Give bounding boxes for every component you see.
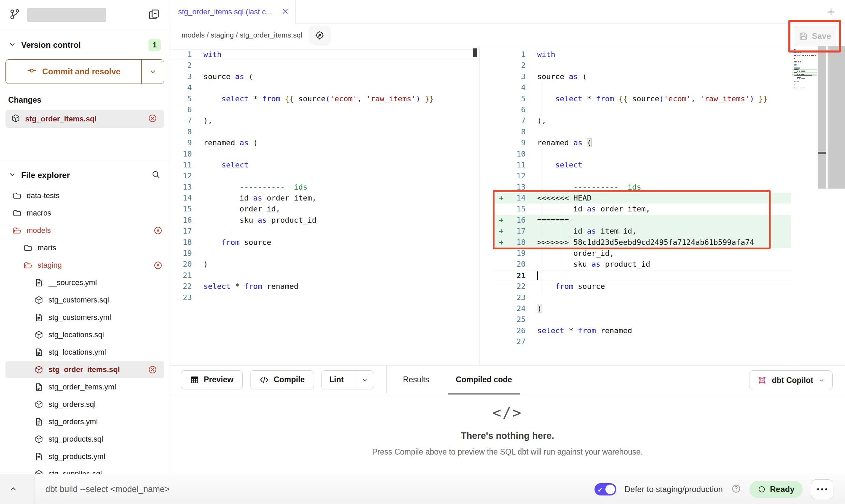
- code-line[interactable]: 8: [495, 127, 791, 137]
- expand-command-bar-icon[interactable]: [9, 485, 18, 495]
- new-tab-icon[interactable]: [826, 7, 836, 18]
- panel-tab-results[interactable]: Results: [393, 365, 440, 394]
- code-line[interactable]: 23: [170, 292, 479, 303]
- file-row-stg_locations.sql[interactable]: stg_locations.sql: [0, 326, 170, 343]
- command-input[interactable]: dbt build --select <model_name>: [45, 484, 595, 494]
- help-icon[interactable]: [731, 484, 741, 495]
- discard-change-icon[interactable]: [148, 365, 157, 374]
- code-line[interactable]: 20): [170, 259, 479, 270]
- code-line[interactable]: 5 select * from {{ source('ecom', 'raw_i…: [495, 93, 791, 104]
- file-row-macros[interactable]: macros: [0, 204, 170, 222]
- code-line[interactable]: 6: [170, 104, 479, 115]
- code-line[interactable]: 7),: [495, 115, 791, 126]
- file-row-staging[interactable]: staging: [0, 256, 170, 274]
- close-tab-icon[interactable]: [282, 8, 289, 16]
- code-line[interactable]: 6: [495, 104, 791, 115]
- defer-toggle[interactable]: ✓: [595, 483, 616, 495]
- code-line[interactable]: 22 from source: [495, 281, 791, 292]
- panel-tab-compiled-code[interactable]: Compiled code: [446, 365, 522, 394]
- code-line[interactable]: 12: [170, 171, 479, 181]
- chevron-down-icon[interactable]: [8, 171, 16, 180]
- code-line[interactable]: 14 id as order_item,: [170, 193, 479, 204]
- code-line[interactable]: 18 from source: [170, 237, 479, 248]
- code-line[interactable]: +16=======: [495, 215, 791, 226]
- file-row-stg_locations.yml[interactable]: stg_locations.yml: [0, 343, 170, 361]
- file-row-stg_products.yml[interactable]: stg_products.yml: [0, 448, 170, 465]
- code-line[interactable]: 1with: [495, 49, 791, 60]
- code-line[interactable]: 2: [495, 60, 791, 71]
- code-line[interactable]: 3source as (: [495, 71, 791, 82]
- lineage-button[interactable]: [309, 26, 331, 45]
- code-line[interactable]: 1with: [170, 49, 479, 60]
- preview-button[interactable]: Preview: [181, 370, 243, 389]
- code-line[interactable]: 12: [495, 171, 791, 181]
- file-row-stg_order_items.sql[interactable]: stg_order_items.sql: [5, 361, 164, 378]
- minimap[interactable]: [792, 46, 817, 365]
- search-icon[interactable]: [151, 170, 161, 181]
- changed-file-row[interactable]: stg_order_items.sql: [5, 110, 164, 128]
- code-line[interactable]: 25: [495, 314, 791, 325]
- code-line[interactable]: 26select * from renamed: [495, 325, 791, 336]
- discard-change-icon[interactable]: [153, 226, 163, 235]
- code-line[interactable]: 21: [170, 270, 479, 281]
- code-line[interactable]: 4: [170, 82, 479, 93]
- code-line[interactable]: 10: [170, 149, 479, 160]
- save-button[interactable]: Save: [794, 26, 836, 46]
- code-line[interactable]: 22select * from renamed: [170, 281, 479, 292]
- file-row-models[interactable]: models: [0, 222, 170, 239]
- branch-name-redacted[interactable]: [27, 8, 106, 22]
- editor-scrollbar[interactable]: [818, 46, 826, 189]
- file-row-data-tests[interactable]: data-tests: [0, 187, 170, 204]
- code-line[interactable]: 13 ---------- ids: [495, 182, 791, 193]
- code-line[interactable]: 11 select: [495, 160, 791, 171]
- code-line[interactable]: 17: [170, 226, 479, 237]
- code-line[interactable]: +14<<<<<<< HEAD: [495, 193, 791, 204]
- code-line[interactable]: 8: [170, 127, 479, 137]
- more-options-button[interactable]: [811, 479, 833, 499]
- discard-change-icon[interactable]: [153, 261, 163, 270]
- code-line[interactable]: 10: [495, 149, 791, 160]
- file-row-__sources.yml[interactable]: __sources.yml: [0, 274, 170, 291]
- code-line[interactable]: 7),: [170, 115, 479, 126]
- editor-scrollbar-thumb[interactable]: [818, 152, 826, 154]
- code-line[interactable]: 19: [170, 248, 479, 259]
- code-line[interactable]: 11 select: [170, 160, 479, 171]
- code-line[interactable]: 21: [495, 270, 791, 281]
- discard-change-icon[interactable]: [148, 114, 157, 124]
- commit-and-resolve-button[interactable]: Commit and resolve: [5, 59, 164, 84]
- file-row-stg_products.sql[interactable]: stg_products.sql: [0, 430, 170, 448]
- code-line[interactable]: 16 sku as product_id: [170, 215, 479, 226]
- code-line[interactable]: 23: [495, 292, 791, 303]
- command-bar[interactable]: dbt build --select <model_name> ✓ Defer …: [34, 474, 845, 504]
- code-line[interactable]: 3source as (: [170, 71, 479, 82]
- file-row-stg_order_items.yml[interactable]: stg_order_items.yml: [0, 378, 170, 396]
- file-row-stg_customers.sql[interactable]: stg_customers.sql: [0, 291, 170, 309]
- left-pane-scrollbar-thumb[interactable]: [473, 48, 477, 57]
- file-row-marts[interactable]: marts: [0, 239, 170, 256]
- commit-options-caret[interactable]: [141, 60, 164, 84]
- lint-options-caret[interactable]: [356, 371, 374, 389]
- tab-stg-order-items[interactable]: stg_order_items.sql (last c...: [170, 0, 296, 24]
- code-line[interactable]: 20 sku as product_id: [495, 259, 791, 270]
- lint-button[interactable]: Lint: [321, 370, 374, 389]
- code-line[interactable]: 27: [495, 336, 791, 347]
- code-line[interactable]: 15 id as order_item,: [495, 204, 791, 214]
- code-line[interactable]: 5 select * from {{ source('ecom', 'raw_i…: [170, 93, 479, 104]
- chevron-down-icon[interactable]: [8, 40, 16, 50]
- code-line[interactable]: 13 ---------- ids: [170, 182, 479, 193]
- code-line[interactable]: 9renamed as (: [495, 137, 791, 148]
- file-row-stg_orders.yml[interactable]: stg_orders.yml: [0, 413, 170, 430]
- editor-pane-original[interactable]: 1with23source as (45 select * from {{ so…: [170, 46, 480, 365]
- dbt-copilot-button[interactable]: dbt Copilot: [749, 370, 833, 390]
- file-row-stg_customers.yml[interactable]: stg_customers.yml: [0, 309, 170, 326]
- code-line[interactable]: 4: [495, 82, 791, 93]
- code-line[interactable]: 19 order_id,: [495, 248, 791, 259]
- code-line[interactable]: 24): [495, 303, 791, 314]
- code-line[interactable]: +18>>>>>>> 58c1dd23d5eebd9cd2495fa7124ab…: [495, 237, 791, 248]
- copy-docs-icon[interactable]: [148, 8, 160, 22]
- code-line[interactable]: 9renamed as (: [170, 137, 479, 148]
- window-scrollbar[interactable]: [827, 46, 845, 189]
- code-line[interactable]: 15 order_id,: [170, 204, 479, 214]
- compile-button[interactable]: Compile: [250, 370, 314, 389]
- code-line[interactable]: +17 id as item_id,: [495, 226, 791, 237]
